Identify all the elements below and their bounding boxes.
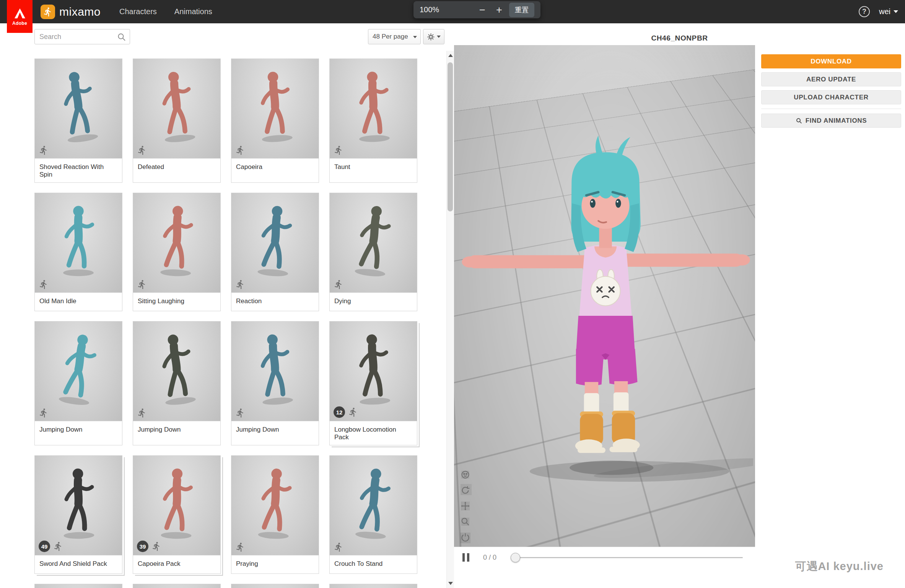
run-icon (39, 408, 49, 418)
rotate-camera-icon[interactable] (460, 485, 470, 495)
character-name: CH46_NONPBR (454, 34, 905, 42)
animation-card[interactable]: Reaction (231, 193, 319, 311)
animation-title: Capoeira (231, 158, 319, 177)
run-icon (334, 542, 343, 552)
upload-character-button[interactable]: UPLOAD CHARACTER (761, 90, 901, 104)
animation-thumbnail[interactable] (231, 584, 319, 588)
animation-thumbnail[interactable]: 39 (133, 456, 220, 555)
animation-title: Sitting Laughing (133, 292, 220, 311)
user-menu[interactable]: wei (879, 7, 898, 16)
animation-card[interactable]: Praying (231, 455, 319, 574)
animation-title: Reaction (231, 292, 319, 311)
run-icon (348, 407, 358, 417)
pan-camera-icon[interactable] (460, 501, 470, 511)
animation-library-panel: 48 Per page Shoved Reaction With SpinDef… (0, 23, 454, 588)
animation-card[interactable]: Defeated (133, 58, 221, 183)
face-icon[interactable] (460, 469, 470, 480)
animation-card[interactable]: Capoeira (231, 58, 319, 183)
animation-thumbnail[interactable] (330, 584, 417, 588)
zoom-out-button[interactable]: − (475, 2, 489, 18)
timeline-slider[interactable] (512, 557, 743, 558)
animation-thumbnail[interactable] (231, 59, 319, 158)
frame-counter: 0 / 0 (483, 554, 496, 562)
chevron-down-icon (437, 36, 441, 38)
animation-thumbnail[interactable]: 12 (330, 322, 417, 421)
zoom-reset-button[interactable]: 重置 (509, 3, 534, 17)
animation-card[interactable]: Jumping Down (231, 321, 319, 445)
animation-thumbnail[interactable] (35, 59, 122, 158)
animation-card[interactable]: Shoved Reaction With Spin (34, 58, 122, 183)
browser-zoom-bubble: 100% − + 重置 (413, 1, 540, 18)
aero-update-button[interactable]: AERO UPDATE (761, 72, 901, 86)
animation-title: Longbow Locomotion Pack (330, 421, 417, 445)
animation-title: Jumping Down (231, 421, 319, 439)
animation-thumbnail[interactable] (330, 193, 417, 292)
animation-card[interactable] (329, 584, 417, 588)
animation-thumbnail[interactable] (330, 456, 417, 555)
animation-card[interactable]: 39Capoeira Pack (133, 455, 221, 574)
animation-thumbnail[interactable] (35, 193, 122, 292)
animation-card[interactable]: Jumping Down (34, 321, 122, 445)
animation-thumbnail[interactable] (231, 322, 319, 421)
animation-card[interactable] (231, 584, 319, 588)
adobe-logo[interactable]: Adobe (7, 0, 33, 33)
mixamo-logo[interactable]: mixamo (41, 0, 101, 23)
animation-thumbnail[interactable] (133, 584, 220, 588)
character-pose-art (347, 330, 399, 409)
animation-card[interactable] (34, 584, 122, 588)
find-animations-button[interactable]: FIND ANIMATIONS (761, 114, 901, 128)
search-input[interactable] (35, 29, 130, 44)
chevron-down-icon (894, 10, 898, 13)
nav-characters[interactable]: Characters (119, 7, 157, 16)
help-icon[interactable]: ? (859, 6, 870, 17)
search-icon[interactable] (117, 32, 126, 43)
character-pose-art (248, 330, 303, 410)
animation-thumbnail[interactable] (133, 193, 220, 292)
animation-grid: Shoved Reaction With SpinDefeatedCapoeir… (34, 58, 421, 588)
animation-thumbnail[interactable] (330, 59, 417, 158)
animation-thumbnail[interactable] (231, 456, 319, 555)
run-icon (137, 279, 147, 289)
per-page-select[interactable]: 48 Per page (368, 29, 421, 44)
animation-card[interactable]: Jumping Down (133, 321, 221, 445)
animation-card[interactable]: Dying (329, 193, 417, 311)
animation-thumbnail[interactable] (133, 322, 220, 421)
download-button[interactable]: DOWNLOAD (761, 54, 901, 68)
pause-button[interactable] (462, 553, 469, 562)
brand-name: mixamo (59, 5, 101, 18)
viewport-toolbar (460, 469, 470, 558)
timeline-handle[interactable] (511, 553, 520, 562)
scroll-down-arrow[interactable] (448, 582, 453, 585)
character-pose-art (54, 465, 103, 543)
animation-thumbnail[interactable] (133, 59, 220, 158)
animation-thumbnail[interactable] (35, 322, 122, 421)
character-pose-art (148, 329, 205, 411)
scrollbar-thumb[interactable] (448, 62, 453, 211)
settings-dropdown-button[interactable] (423, 29, 444, 44)
scroll-up-arrow[interactable] (448, 54, 453, 57)
animation-card[interactable]: Sitting Laughing (133, 193, 221, 311)
animation-thumbnail[interactable] (35, 584, 122, 588)
animation-title: Praying (231, 555, 319, 573)
3d-viewport[interactable]: 0 / 0 (454, 45, 755, 567)
find-animations-label: FIND ANIMATIONS (806, 117, 867, 125)
animation-card[interactable] (133, 584, 221, 588)
animation-card[interactable]: 12Longbow Locomotion Pack (329, 321, 417, 445)
animation-card[interactable]: Crouch To Stand (329, 455, 417, 574)
watermark: 可遇AI keyu.live (795, 559, 884, 574)
animation-thumbnail[interactable] (231, 193, 319, 292)
nav-animations[interactable]: Animations (174, 7, 212, 16)
character-pose-art (49, 66, 108, 148)
run-icon (39, 279, 49, 289)
character-pose-art (345, 201, 401, 282)
animation-card[interactable]: 49Sword And Shield Pack (34, 455, 122, 574)
animation-card[interactable]: Taunt (329, 58, 417, 183)
zoom-camera-icon[interactable] (460, 517, 470, 527)
run-icon (334, 145, 343, 155)
character-pose-art (348, 68, 399, 146)
zoom-in-button[interactable]: + (492, 2, 506, 18)
library-scrollbar[interactable] (446, 51, 454, 588)
animation-card[interactable]: Old Man Idle (34, 193, 122, 311)
power-icon[interactable] (460, 532, 470, 543)
animation-thumbnail[interactable]: 49 (35, 456, 122, 555)
